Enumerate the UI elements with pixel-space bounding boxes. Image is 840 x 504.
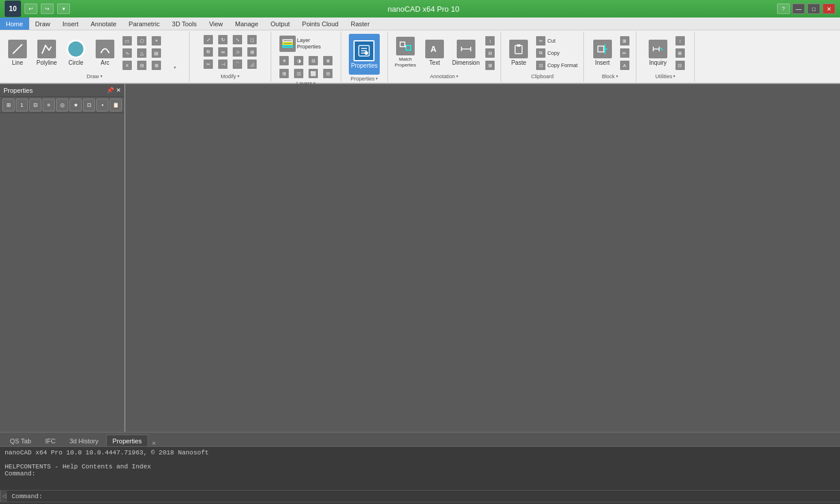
tab-3dhistory[interactable]: 3d History xyxy=(63,435,105,446)
prop-tool-5[interactable]: ◎ xyxy=(56,99,68,111)
modify-chamfer-btn[interactable]: ◿ xyxy=(245,58,259,70)
tab-qs[interactable]: QS Tab xyxy=(4,435,38,446)
draw-region-btn[interactable]: ⊟ xyxy=(135,60,149,71)
side-collapse[interactable]: ◁ xyxy=(0,490,7,502)
block-create-btn[interactable]: ⊞ xyxy=(618,35,632,47)
menu-pointscloud[interactable]: Points Cloud xyxy=(296,18,345,30)
pin-icon[interactable]: 📌 xyxy=(107,87,114,93)
modify-offset-btn[interactable]: ⊃ xyxy=(230,46,244,58)
draw-ellipse-btn[interactable]: ⚬ xyxy=(149,35,163,47)
layer-btn-3[interactable]: ⊟ xyxy=(306,55,320,66)
insert-btn[interactable]: Insert xyxy=(589,34,617,71)
text-btn[interactable]: A Text xyxy=(421,34,449,71)
modify-array-btn[interactable]: ⊞ xyxy=(245,46,259,58)
draw-polyline-btn[interactable]: Polyline xyxy=(33,34,61,71)
util-btn-3[interactable]: ⊡ xyxy=(673,60,687,71)
annot-btn-3[interactable]: ⊞ xyxy=(483,60,497,71)
layer-icon-2: ◑ xyxy=(294,56,303,65)
maximize-btn[interactable]: □ xyxy=(807,4,820,14)
quick-access-btn-2[interactable]: ↪ xyxy=(41,4,54,14)
annot-btn-2[interactable]: ⊟ xyxy=(483,47,497,59)
draw-spline-btn[interactable]: ∿ xyxy=(120,47,134,59)
modify-rotate-btn[interactable]: ↻ xyxy=(216,34,230,46)
menu-3dtools[interactable]: 3D Tools xyxy=(166,18,204,30)
cut-btn[interactable]: ✂Cut xyxy=(534,35,580,47)
canvas-area[interactable] xyxy=(125,84,840,432)
draw-line-btn[interactable]: Line xyxy=(4,34,32,71)
modify-mirror-btn[interactable]: ⇔ xyxy=(216,46,230,58)
ribbon-group-layers: LayerProperties ☀ ◑ ⊟ ⊕ ⊞ ⊡ ⬜ ⊟ xyxy=(271,32,341,82)
prop-tool-6[interactable]: ★ xyxy=(69,99,82,111)
draw-label-arrow: ▾ xyxy=(100,74,103,79)
menu-draw[interactable]: Draw xyxy=(29,18,57,30)
layer-btn-5[interactable]: ⊞ xyxy=(277,68,291,79)
properties-panel-title: Properties xyxy=(4,87,33,94)
modify-fillet-btn[interactable]: ⌒ xyxy=(230,58,244,70)
draw-table-btn[interactable]: ⊞ xyxy=(149,60,163,71)
modify-extend-btn[interactable]: ⊣ xyxy=(216,58,230,70)
layer-btn-8[interactable]: ⊟ xyxy=(321,68,335,79)
close-btn[interactable]: ✕ xyxy=(822,4,835,14)
layer-btn-7[interactable]: ⬜ xyxy=(306,68,320,79)
dimension-btn[interactable]: Dimension xyxy=(450,34,482,71)
help-btn[interactable]: ? xyxy=(777,4,790,14)
output-line-4: Command: xyxy=(5,470,835,477)
modify-move-btn[interactable]: ⤢ xyxy=(201,34,215,46)
quick-access-btn-1[interactable]: ↩ xyxy=(24,4,37,14)
prop-tool-7[interactable]: ⊡ xyxy=(83,99,95,111)
layer-btn-1[interactable]: ☀ xyxy=(277,55,291,66)
block-attrib-btn[interactable]: A xyxy=(618,60,632,71)
util-btn-1[interactable]: ↕ xyxy=(673,35,687,47)
draw-hex-btn[interactable]: ⬡ xyxy=(135,35,149,47)
menu-annotate[interactable]: Annotate xyxy=(85,18,123,30)
menu-raster[interactable]: Raster xyxy=(345,18,376,30)
layer-btn-6[interactable]: ⊡ xyxy=(292,68,306,79)
menu-view[interactable]: View xyxy=(203,18,229,30)
draw-hatch-btn[interactable]: ▤ xyxy=(149,47,163,59)
copy-format-btn[interactable]: ⊡Copy Format xyxy=(534,60,580,71)
prop-tool-9[interactable]: 📋 xyxy=(110,99,122,111)
bottom-collapse-btn[interactable]: ✕ xyxy=(152,440,159,446)
draw-rect-btn[interactable]: ▭ xyxy=(120,35,134,47)
modify-copy-btn[interactable]: ⧉ xyxy=(201,46,215,58)
draw-mline-btn[interactable]: ≡ xyxy=(120,60,134,71)
paste-btn[interactable]: Paste xyxy=(505,34,533,71)
block-label-arrow: ▾ xyxy=(616,74,618,79)
modify-erase-btn[interactable]: ◻ xyxy=(245,34,259,46)
block-edit-btn[interactable]: ✏ xyxy=(618,47,632,59)
layer-btn-4[interactable]: ⊕ xyxy=(321,55,335,66)
menu-home[interactable]: Home xyxy=(0,18,29,30)
menu-manage[interactable]: Manage xyxy=(229,18,265,30)
tab-ifc[interactable]: IFC xyxy=(39,435,62,446)
tab-properties[interactable]: Properties xyxy=(106,435,148,446)
block-create-icon: ⊞ xyxy=(620,36,629,46)
command-line[interactable]: Command: xyxy=(7,490,840,502)
minimize-btn[interactable]: — xyxy=(792,4,805,14)
prop-tool-2[interactable]: 1 xyxy=(16,99,28,111)
annot-btn-1[interactable]: ↕ xyxy=(483,35,497,47)
prop-tool-1[interactable]: ⊞ xyxy=(2,99,15,111)
menu-insert[interactable]: Insert xyxy=(57,18,85,30)
menu-parametric[interactable]: Parametric xyxy=(123,18,166,30)
draw-circle-btn[interactable]: Circle xyxy=(62,34,90,71)
layers-tools: LayerProperties ☀ ◑ ⊟ ⊕ ⊞ ⊡ ⬜ ⊟ xyxy=(276,33,336,79)
draw-arc-btn[interactable]: Arc xyxy=(91,34,119,71)
modify-scale-btn[interactable]: ⤡ xyxy=(230,34,244,46)
prop-tool-4[interactable]: ≡ xyxy=(43,99,55,111)
draw-triangle-btn[interactable]: △ xyxy=(135,47,149,59)
draw-dropdown-btn[interactable]: ▾ xyxy=(164,34,186,71)
prop-tool-3[interactable]: ⊟ xyxy=(29,99,41,111)
prop-tool-8[interactable]: ▪ xyxy=(96,99,108,111)
util-btn-2[interactable]: ⊞ xyxy=(673,47,687,59)
properties-btn[interactable]: Properties xyxy=(349,34,380,75)
draw-dropdown-arrow: ▾ xyxy=(174,65,176,70)
menu-output[interactable]: Output xyxy=(265,18,296,30)
layer-properties-btn[interactable]: LayerProperties xyxy=(277,34,335,54)
quick-access-dropdown[interactable]: ▾ xyxy=(57,4,70,14)
properties-close-icon[interactable]: ✕ xyxy=(116,87,121,93)
match-properties-btn[interactable]: MatchProperties xyxy=(391,34,419,71)
copy-btn[interactable]: ⧉Copy xyxy=(534,47,580,59)
layer-btn-2[interactable]: ◑ xyxy=(292,55,306,66)
modify-trim-btn[interactable]: ✂ xyxy=(201,58,215,70)
inquiry-btn[interactable]: Inquiry xyxy=(644,34,672,71)
